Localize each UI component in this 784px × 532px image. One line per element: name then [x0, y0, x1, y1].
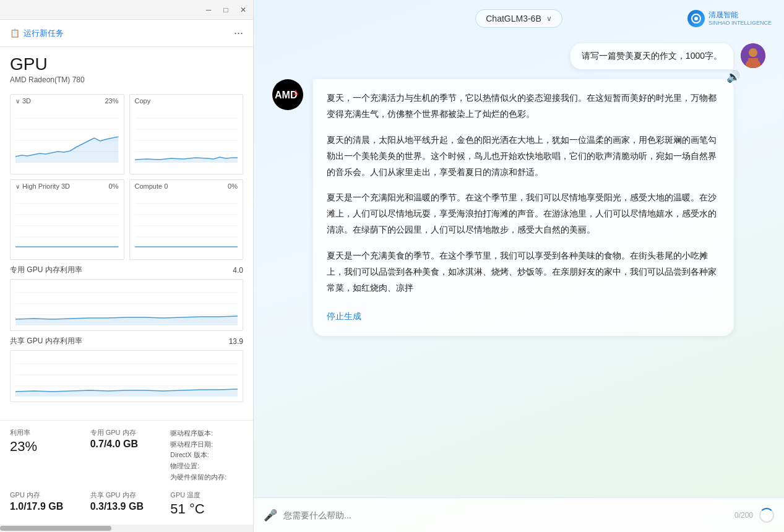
- bottom-stats: 利用率 23% 专用 GPU 内存 0.7/4.0 GB 驱动程序版本: 驱动程…: [0, 420, 253, 525]
- svg-marker-21: [15, 316, 238, 325]
- dedicated-mem-row: 专用 GPU 内存利用率 4.0: [10, 265, 243, 275]
- chart-copy-label: Copy: [135, 97, 151, 105]
- mic-icon[interactable]: 🎤: [264, 508, 277, 522]
- gpu-temp-stat: GPU 温度 51 °C: [170, 491, 243, 517]
- gpu-mem-stat: GPU 内存 1.0/17.9 GB: [10, 491, 83, 517]
- chart-hp-canvas: [15, 192, 119, 248]
- brand-sub: SINHAO INTELLIGENCE: [709, 20, 772, 27]
- chart-compute: Compute 0 0%: [129, 179, 244, 260]
- more-button[interactable]: ···: [234, 27, 243, 40]
- user-avatar-svg: [741, 43, 765, 68]
- gpu-mem-stat-value: 1.0/17.9 GB: [10, 501, 83, 512]
- chart-hp-svg: [15, 192, 119, 248]
- physical-loc-label: 物理位置:: [170, 462, 199, 470]
- chart-high-priority: ∨ High Priority 3D 0%: [10, 179, 124, 260]
- gpu-subtitle: AMD Radeon(TM) 780: [10, 75, 243, 84]
- ai-message: AMD △ 🔊 夏天，一个充满活力与生机的季节，它以热情似火的姿态迎接我们。在这…: [272, 79, 765, 336]
- chart-row-bottom: ∨ High Priority 3D 0%: [10, 179, 243, 260]
- shared-mem-stat-label: 共享 GPU 内存: [90, 491, 163, 500]
- gpu-temp-label: GPU 温度: [170, 491, 243, 500]
- ai-para-3: 夏天是一个充满阳光和温暖的季节。在这个季节里，我们可以尽情地享受阳光，感受大地的…: [327, 190, 720, 238]
- utilization-label: 利用率: [10, 428, 83, 437]
- chart-shared-mem-svg: [15, 353, 238, 397]
- model-chevron-icon: ∨: [546, 14, 552, 23]
- model-selector[interactable]: ChatGLM3-6B ∨: [475, 9, 562, 28]
- chart-dedicated-mem-svg: [15, 282, 238, 325]
- char-count: 0/200: [734, 511, 753, 520]
- driver-info-stat: 驱动程序版本: 驱动程序日期: DirectX 版本: 物理位置: 为硬件保留的…: [170, 428, 243, 483]
- dedicated-mem-value: 4.0: [233, 266, 243, 275]
- reserved-mem-label: 为硬件保留的内存:: [170, 473, 226, 481]
- svg-marker-9: [135, 157, 238, 163]
- run-task-icon: 📋: [10, 28, 20, 38]
- ai-para-4: 夏天是一个充满美食的季节。在这个季节里，我们可以享受到各种美味的食物。在街头巷尾…: [327, 248, 720, 296]
- ai-bubble: 🔊 夏天，一个充满活力与生机的季节，它以热情似火的姿态迎接我们。在这短暂而美好的…: [313, 79, 734, 336]
- gpu-title: GPU: [10, 54, 243, 74]
- user-avatar: [741, 43, 765, 68]
- charts-area: ∨ 3D 23%: [0, 89, 253, 420]
- dedicated-mem-stat-label: 专用 GPU 内存: [90, 428, 163, 437]
- shared-mem-stat-value: 0.3/13.9 GB: [90, 501, 163, 512]
- brand-svg: [691, 13, 702, 24]
- chat-messages: 请写一篇赞美夏天的作文，1000字。 AMD △ 🔊: [254, 37, 784, 497]
- chat-input[interactable]: [283, 510, 728, 520]
- chart-3d: ∨ 3D 23%: [10, 94, 124, 174]
- dedicated-mem-stat-value: 0.7/4.0 GB: [90, 439, 163, 450]
- svg-rect-31: [748, 58, 758, 63]
- chart-compute-percent: 0%: [228, 182, 238, 190]
- brand-icon: [687, 10, 705, 27]
- chart-compute-label: Compute 0: [135, 182, 168, 190]
- task-manager-panel: ─ □ ✕ 📋 运行新任务 ··· GPU AMD Radeon(TM) 780…: [0, 0, 254, 532]
- close-button[interactable]: ✕: [238, 5, 248, 15]
- chevron-hp-icon: ∨: [15, 183, 20, 190]
- driver-info-text: 驱动程序版本: 驱动程序日期: DirectX 版本: 物理位置: 为硬件保留的…: [170, 428, 243, 483]
- chart-copy-svg: [135, 107, 238, 163]
- chat-panel: ChatGLM3-6B ∨ 清晟智能 SINHAO INTELLIGENCE 请…: [254, 0, 784, 532]
- scrollbar-thumb[interactable]: [0, 526, 111, 531]
- chevron-3d-icon: ∨: [15, 98, 20, 105]
- ai-avatar: AMD △: [272, 79, 303, 110]
- ai-para-1: 夏天，一个充满活力与生机的季节，它以热情似火的姿态迎接我们。在这短暂而美好的时光…: [327, 90, 720, 122]
- chart-compute-canvas: [135, 192, 238, 248]
- maximize-button[interactable]: □: [221, 5, 231, 15]
- chart-3d-percent: 23%: [105, 97, 118, 105]
- svg-text:△: △: [293, 88, 299, 95]
- chart-dedicated-mem: [10, 279, 243, 331]
- gpu-temp-value: 51 °C: [170, 501, 243, 517]
- run-task-label: 运行新任务: [24, 28, 64, 39]
- chart-hp-percent: 0%: [109, 182, 119, 190]
- brand-name: 清晟智能: [709, 11, 772, 19]
- svg-point-27: [694, 17, 698, 20]
- user-bubble: 请写一篇赞美夏天的作文，1000字。: [571, 43, 733, 69]
- sound-icon: 🔊: [726, 67, 740, 87]
- model-name: ChatGLM3-6B: [486, 14, 541, 24]
- chart-3d-svg: [15, 107, 119, 163]
- ai-para-2: 夏天的清晨，太阳从地平线升起，金色的阳光洒在大地上，犹如一位温柔的画家，用色彩斑…: [327, 132, 720, 181]
- dedicated-mem-label: 专用 GPU 内存利用率: [10, 265, 82, 275]
- title-bar: ─ □ ✕: [0, 0, 253, 20]
- chat-header: ChatGLM3-6B ∨ 清晟智能 SINHAO INTELLIGENCE: [254, 0, 784, 37]
- chart-copy-canvas: [135, 107, 238, 163]
- driver-date-label: 驱动程序日期:: [170, 440, 213, 448]
- chat-input-area: 🎤 0/200: [254, 497, 784, 532]
- chart-3d-label: 3D: [22, 97, 31, 105]
- gpu-header: GPU AMD Radeon(TM) 780: [0, 47, 253, 89]
- gpu-mem-stat-label: GPU 内存: [10, 491, 83, 500]
- amd-logo-svg: AMD △: [275, 88, 301, 101]
- minimize-button[interactable]: ─: [204, 5, 213, 15]
- chart-compute-svg: [135, 192, 238, 248]
- utilization-stat: 利用率 23%: [10, 428, 83, 483]
- brand-logo: 清晟智能 SINHAO INTELLIGENCE: [687, 10, 772, 27]
- loading-icon: [759, 508, 774, 523]
- user-message-text: 请写一篇赞美夏天的作文，1000字。: [582, 51, 722, 61]
- shared-mem-stat: 共享 GPU 内存 0.3/13.9 GB: [90, 491, 163, 517]
- directx-label: DirectX 版本:: [170, 451, 209, 458]
- scrollbar[interactable]: [0, 525, 253, 532]
- toolbar: 📋 运行新任务 ···: [0, 20, 253, 47]
- shared-mem-row: 共享 GPU 内存利用率 13.9: [10, 336, 243, 346]
- svg-point-29: [749, 48, 757, 57]
- chart-3d-canvas: [15, 107, 119, 163]
- stop-generation-button[interactable]: 停止生成: [327, 309, 361, 325]
- run-task-button[interactable]: 📋 运行新任务: [10, 28, 64, 39]
- chart-copy: Copy: [129, 94, 244, 174]
